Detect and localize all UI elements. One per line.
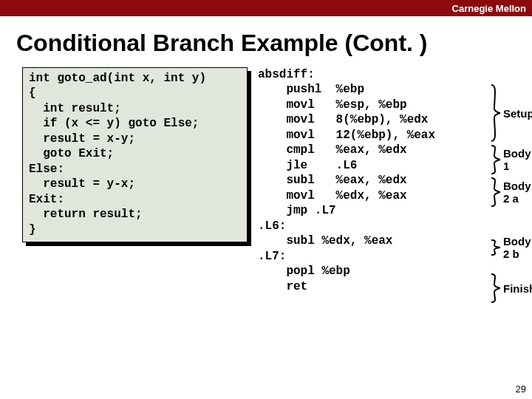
c-code-box: int goto_ad(int x, int y) { int result; … <box>22 67 248 242</box>
label-body2b: Body 2 b <box>490 239 532 256</box>
brand-text: Carnegie Mellon <box>452 3 526 14</box>
slide-title: Conditional Branch Example (Cont. ) <box>16 30 532 57</box>
brace-icon <box>490 144 500 175</box>
brace-icon <box>490 273 500 304</box>
brace-icon <box>490 83 500 143</box>
brace-icon <box>490 177 500 208</box>
page-number: 29 <box>516 383 526 395</box>
label-text: Body 2 b <box>500 235 532 260</box>
label-finish: Finish <box>490 273 532 304</box>
label-setup: Setup <box>490 83 532 143</box>
spacer <box>490 209 532 239</box>
label-text: Finish <box>500 282 532 295</box>
label-text: Body 1 <box>500 147 532 172</box>
label-text: Setup <box>500 107 532 120</box>
spacer <box>490 258 532 273</box>
assembly-code: absdiff: pushl %ebp movl %esp, %ebp movl… <box>258 67 480 294</box>
c-code: int goto_ad(int x, int y) { int result; … <box>22 67 248 242</box>
brace-icon <box>490 239 500 256</box>
label-body2a: Body 2 a <box>490 177 532 208</box>
label-body1: Body 1 <box>490 144 532 175</box>
section-labels: Setup Body 1 Body 2 a <box>490 67 532 305</box>
content-area: int goto_ad(int x, int y) { int result; … <box>0 67 532 305</box>
label-text: Body 2 a <box>500 180 532 205</box>
top-bar: Carnegie Mellon <box>0 0 532 16</box>
